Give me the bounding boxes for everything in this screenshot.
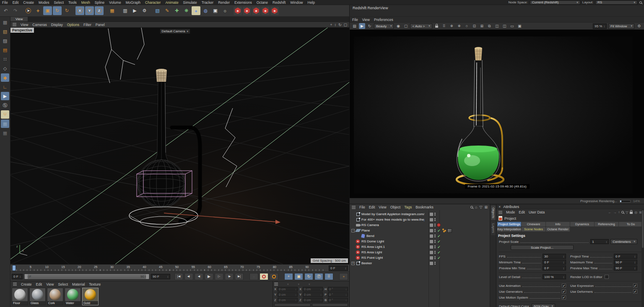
- browser-icon[interactable]: ⊞: [484, 205, 488, 209]
- stepper-icon[interactable]: ↕: [634, 267, 636, 270]
- checkbox-use-expression[interactable]: ✓: [633, 284, 637, 288]
- crop-button[interactable]: ⧉: [486, 23, 493, 29]
- layer-chip[interactable]: [430, 240, 433, 243]
- axis-y-button[interactable]: Y: [85, 6, 94, 15]
- menubar-item-simulate[interactable]: Simulate: [183, 0, 197, 5]
- attributes-search-icon[interactable]: [621, 211, 624, 213]
- enabled-check-icon[interactable]: ✓: [437, 256, 441, 260]
- visibility-dots[interactable]: [434, 240, 436, 243]
- autokey-button[interactable]: [260, 273, 268, 280]
- workplane-snap-button[interactable]: ▦: [1, 120, 9, 128]
- rs-dome-light-button[interactable]: ◆: [252, 7, 260, 15]
- scale-tool-button[interactable]: ▣: [43, 6, 52, 15]
- field-minimum-time[interactable]: 0 F↕: [543, 260, 566, 265]
- maximize-icon[interactable]: ▢: [343, 23, 347, 27]
- close-icon[interactable]: ×: [499, 205, 501, 209]
- menubar-item-spline[interactable]: Spline: [95, 0, 105, 5]
- target-icon[interactable]: ◎: [634, 211, 637, 214]
- viewport-menu-display[interactable]: Display: [51, 23, 63, 27]
- coord-position-x-field[interactable]: 0 cm↕: [278, 287, 298, 291]
- range-left-handle[interactable]: [25, 274, 28, 279]
- coord-position-z-field[interactable]: 0 cm↕: [278, 298, 298, 302]
- coord-scale-y-field[interactable]: 0 cm↕: [303, 292, 323, 297]
- viewport-tab-view[interactable]: View: [10, 17, 28, 21]
- visibility-dots[interactable]: [434, 229, 436, 232]
- range-right-handle[interactable]: [146, 274, 149, 279]
- object-menu-file[interactable]: File: [359, 205, 365, 209]
- stepper-icon[interactable]: ↕: [563, 276, 565, 278]
- fit-mode-select[interactable]: Fit Window▾: [608, 23, 634, 29]
- polygons-mode-button[interactable]: ◆: [1, 73, 9, 82]
- coord-button[interactable]: [274, 303, 311, 307]
- move-tool-button[interactable]: +: [34, 6, 42, 15]
- locked-workplane-button[interactable]: ▦: [1, 129, 9, 137]
- attributes-scrollbar[interactable]: [641, 209, 644, 307]
- checkbox-use-generators[interactable]: ✓: [562, 289, 566, 294]
- camera-chip[interactable]: Default Camera▾: [160, 29, 191, 34]
- attributes-menu-user-data[interactable]: User Data: [529, 210, 545, 214]
- snapshot-d-button[interactable]: ▣: [517, 23, 523, 29]
- menubar-item-window[interactable]: Window: [290, 0, 303, 5]
- attributes-filter-icon[interactable]: ▽: [626, 211, 628, 214]
- menubar-item-mesh[interactable]: Mesh: [81, 0, 90, 5]
- layer-chip[interactable]: [430, 229, 433, 232]
- layer-chip[interactable]: [430, 224, 433, 227]
- visibility-dots[interactable]: [434, 262, 436, 265]
- snapshot-a-button[interactable]: ◫: [494, 23, 500, 29]
- field-level-of-detail[interactable]: 100 %↕: [543, 274, 566, 279]
- stepper-icon[interactable]: ↕: [563, 261, 565, 264]
- field-fps[interactable]: 30↕: [543, 254, 566, 259]
- visibility-dots[interactable]: [434, 245, 436, 248]
- pixel-grid-button[interactable]: ⠿: [441, 23, 447, 29]
- layer-chip[interactable]: [430, 251, 433, 254]
- side-tab-objects[interactable]: Objects: [491, 206, 496, 220]
- menubar-item-animate[interactable]: Animate: [165, 0, 178, 5]
- coord-scale-z-field[interactable]: 0 cm↕: [303, 298, 323, 302]
- current-frame-field[interactable]: 0 F↕: [329, 265, 348, 271]
- snap-settings-button[interactable]: Ⓢ: [1, 101, 9, 109]
- object-row-rs-area-light[interactable]: RS Area Light✓: [350, 250, 490, 255]
- tab-project-settings[interactable]: Project Settings: [497, 222, 521, 226]
- material-menu-material[interactable]: Material: [72, 282, 85, 286]
- stepper-icon[interactable]: ↕: [295, 288, 296, 291]
- start-frame-stepper-icon[interactable]: ↕: [20, 275, 21, 278]
- field-preview-min-time[interactable]: 0 F↕: [543, 265, 566, 271]
- record-objects-button[interactable]: ◌: [249, 273, 258, 280]
- dolly-icon[interactable]: ↕: [334, 23, 336, 27]
- stepper-icon[interactable]: ↕: [634, 255, 636, 258]
- material-menu-select[interactable]: Select: [58, 282, 68, 286]
- zoom-region-button[interactable]: ⊞: [479, 23, 485, 29]
- viewport-menu-filter[interactable]: Filter: [83, 23, 91, 27]
- material-glass[interactable]: Glass: [29, 288, 46, 305]
- menubar-item-tracker[interactable]: Tracker: [202, 0, 214, 5]
- stepper-icon[interactable]: ↕: [320, 294, 322, 296]
- lock-icon[interactable]: [630, 212, 633, 214]
- viewport-menu-cameras[interactable]: Cameras: [32, 23, 47, 27]
- object-row-rs-point-light[interactable]: RS Point Light✓: [350, 255, 490, 260]
- workplane-mode-button[interactable]: ▤: [1, 46, 9, 54]
- enabled-check-icon[interactable]: ✓: [437, 245, 441, 249]
- prev-frame-button[interactable]: ◀: [195, 273, 203, 280]
- rotate-tool-button[interactable]: ↻: [53, 6, 62, 15]
- layer-chip[interactable]: [430, 213, 433, 216]
- forward-icon[interactable]: →: [613, 211, 616, 214]
- checkbox-render-lod-in-editor[interactable]: [605, 275, 609, 279]
- axis-x-button[interactable]: X: [75, 6, 84, 15]
- interface-toggle-button[interactable]: ≡: [339, 273, 348, 280]
- rs-camera-button[interactable]: ◆: [243, 7, 251, 15]
- render-canvas[interactable]: Frame 0: 2021-02-15 09:46:30 (49.81s): [350, 30, 644, 198]
- coord-button[interactable]: [312, 303, 348, 307]
- last-tool-button[interactable]: ↻: [62, 6, 71, 15]
- checkbox-use-deformers[interactable]: ✓: [633, 289, 637, 294]
- render-zoom-field[interactable]: 95 %↕: [593, 23, 607, 29]
- start-frame-field[interactable]: 0 F↕: [12, 274, 23, 279]
- stepper-icon[interactable]: ↕: [606, 240, 608, 243]
- pan-icon[interactable]: +: [330, 23, 332, 27]
- tab-dynamics[interactable]: Dynamics: [570, 222, 594, 226]
- field-button[interactable]: ◍: [201, 6, 210, 15]
- field-project-scale[interactable]: 1↕: [590, 239, 609, 244]
- renderview-settings-button[interactable]: ⚙: [636, 23, 642, 29]
- lock-button[interactable]: [434, 23, 440, 29]
- texture-tag-icon[interactable]: [447, 229, 452, 233]
- checkbox-use-motion-system[interactable]: ✓: [562, 295, 566, 299]
